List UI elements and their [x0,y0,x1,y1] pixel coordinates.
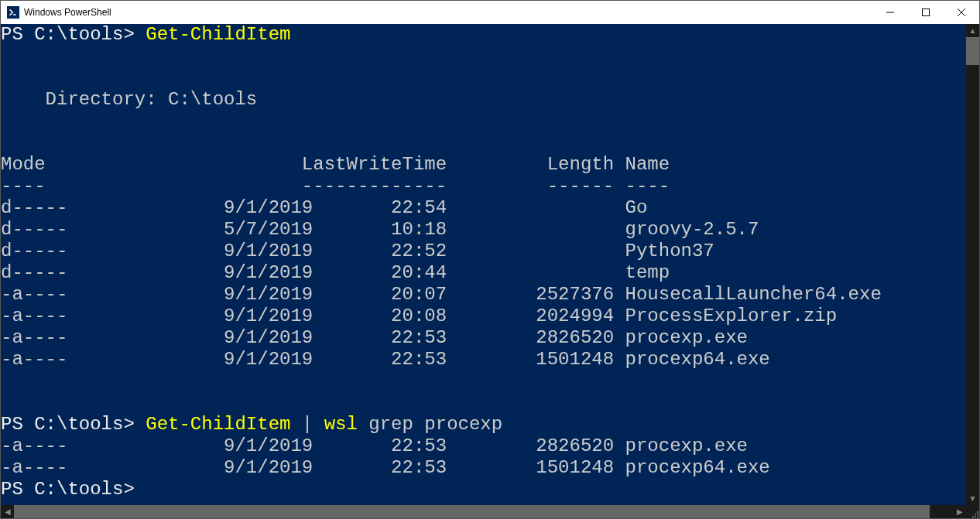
terminal-wrap: PS C:\tools> Get-ChildItem Directory: C:… [1,24,979,505]
svg-point-5 [975,516,976,517]
scroll-left-button[interactable]: ◀ [1,505,14,518]
powershell-window: Windows PowerShell PS C:\tools> Get-Chil… [0,0,980,519]
close-button[interactable] [944,1,979,24]
vertical-scrollbar[interactable]: ▲ ▼ [966,24,979,505]
terminal-output[interactable]: PS C:\tools> Get-ChildItem Directory: C:… [1,24,966,505]
svg-rect-1 [923,9,930,16]
svg-point-7 [972,516,974,517]
svg-point-4 [977,516,978,517]
resize-grip[interactable] [966,505,979,518]
svg-point-6 [977,514,978,515]
scroll-up-button[interactable]: ▲ [966,24,979,37]
horizontal-scrollbar[interactable]: ◀ ▶ [1,505,979,518]
hscroll-thumb[interactable] [14,505,930,518]
window-title: Windows PowerShell [24,7,111,18]
maximize-button[interactable] [908,1,944,24]
hscroll-track[interactable] [14,505,953,518]
vscroll-thumb[interactable] [966,37,979,65]
scroll-down-button[interactable]: ▼ [966,492,979,505]
svg-point-9 [977,511,978,513]
svg-point-8 [975,514,976,515]
client-area: PS C:\tools> Get-ChildItem Directory: C:… [1,24,979,518]
scroll-right-button[interactable]: ▶ [953,505,966,518]
titlebar[interactable]: Windows PowerShell [1,1,979,24]
vscroll-track[interactable] [966,37,979,492]
powershell-icon [7,6,19,19]
minimize-button[interactable] [872,1,908,24]
